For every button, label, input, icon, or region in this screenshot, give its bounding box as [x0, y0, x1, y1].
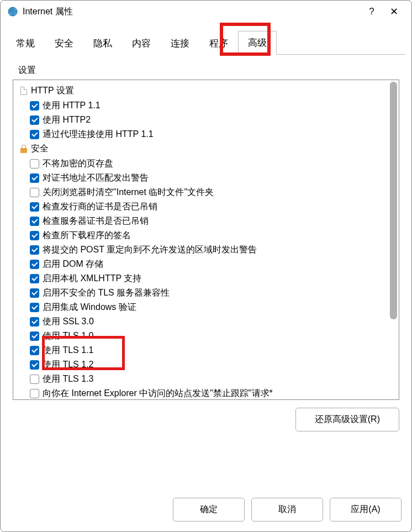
settings-group-label: 安全	[31, 143, 49, 155]
settings-label: 设置	[18, 65, 399, 76]
settings-item[interactable]: 使用 TLS 1.0	[15, 329, 399, 343]
settings-item-label: 使用 HTTP2	[43, 114, 91, 126]
checkbox[interactable]	[30, 288, 39, 298]
dialog-footer: 确定 取消 应用(A)	[1, 490, 411, 531]
settings-item-label: 使用 SSL 3.0	[43, 316, 94, 328]
settings-item[interactable]: 启用 DOM 存储	[15, 257, 399, 271]
help-button[interactable]: ?	[361, 6, 383, 17]
settings-item[interactable]: 使用 TLS 1.3	[15, 372, 399, 386]
settings-group-label: HTTP 设置	[31, 85, 74, 97]
internet-properties-dialog: Internet 属性 ? ✕ 常规安全隐私内容连接程序高级 设置 HTTP 设…	[0, 0, 412, 532]
checkbox[interactable]	[30, 346, 39, 355]
settings-tree: HTTP 设置使用 HTTP 1.1使用 HTTP2通过代理连接使用 HTTP …	[13, 80, 399, 400]
settings-group: 安全	[15, 141, 399, 156]
settings-item[interactable]: 使用 TLS 1.2	[15, 357, 399, 372]
settings-item-label: 对证书地址不匹配发出警告	[43, 172, 149, 184]
tab-general[interactable]: 常规	[6, 31, 45, 55]
internet-options-icon	[7, 6, 18, 17]
settings-item[interactable]: 对证书地址不匹配发出警告	[15, 171, 399, 185]
settings-item[interactable]: 向你在 Internet Explorer 中访问的站点发送"禁止跟踪"请求*	[15, 386, 399, 399]
settings-item[interactable]: 将提交的 POST 重定向到不允许发送的区域时发出警告	[15, 243, 399, 257]
settings-item[interactable]: 使用 HTTP 1.1	[15, 98, 399, 113]
scrollbar-thumb[interactable]	[390, 82, 397, 319]
settings-item-label: 使用 TLS 1.3	[43, 373, 93, 385]
tab-security[interactable]: 安全	[45, 31, 83, 55]
tab-content-advanced: 设置 HTTP 设置使用 HTTP 1.1使用 HTTP2通过代理连接使用 HT…	[1, 55, 411, 490]
settings-item[interactable]: 检查所下载程序的签名	[15, 228, 399, 243]
checkbox[interactable]	[30, 360, 39, 370]
settings-item-label: 启用本机 XMLHTTP 支持	[43, 273, 141, 285]
settings-item-label: 使用 TLS 1.2	[43, 359, 93, 371]
checkbox[interactable]	[30, 375, 39, 384]
checkbox[interactable]	[30, 217, 39, 226]
checkbox[interactable]	[30, 231, 39, 240]
settings-item-label: 关闭浏览器时清空"Internet 临时文件"文件夹	[43, 187, 214, 198]
checkbox[interactable]	[30, 389, 39, 398]
settings-item-label: 检查所下载程序的签名	[43, 230, 131, 241]
checkbox[interactable]	[30, 260, 39, 269]
apply-button[interactable]: 应用(A)	[330, 498, 402, 522]
settings-item[interactable]: 使用 HTTP2	[15, 113, 399, 127]
settings-item[interactable]: 启用集成 Windows 验证	[15, 300, 399, 314]
tab-programs[interactable]: 程序	[199, 31, 238, 55]
checkbox[interactable]	[30, 274, 39, 283]
settings-item-label: 向你在 Internet Explorer 中访问的站点发送"禁止跟踪"请求*	[43, 388, 273, 399]
window-title: Internet 属性	[23, 6, 361, 18]
settings-item-label: 使用 HTTP 1.1	[43, 100, 101, 112]
tab-privacy[interactable]: 隐私	[83, 31, 122, 55]
checkbox[interactable]	[30, 115, 39, 125]
checkbox[interactable]	[30, 101, 39, 110]
settings-item[interactable]: 通过代理连接使用 HTTP 1.1	[15, 127, 399, 141]
checkbox[interactable]	[30, 159, 39, 168]
settings-item[interactable]: 检查服务器证书是否已吊销	[15, 214, 399, 228]
settings-item[interactable]: 使用 TLS 1.1	[15, 343, 399, 357]
tab-strip: 常规安全隐私内容连接程序高级	[1, 30, 411, 54]
settings-item-label: 启用不安全的 TLS 服务器兼容性	[43, 287, 170, 299]
settings-item-label: 不将加密的页存盘	[43, 158, 113, 170]
tab-connections[interactable]: 连接	[161, 31, 199, 55]
settings-item-label: 检查服务器证书是否已吊销	[43, 215, 149, 227]
tab-content[interactable]: 内容	[122, 31, 161, 55]
settings-item-label: 启用 DOM 存储	[43, 259, 103, 270]
settings-item[interactable]: 不将加密的页存盘	[15, 156, 399, 171]
settings-item[interactable]: 使用 SSL 3.0	[15, 314, 399, 329]
checkbox[interactable]	[30, 317, 39, 326]
settings-item[interactable]: 关闭浏览器时清空"Internet 临时文件"文件夹	[15, 185, 399, 199]
close-button[interactable]: ✕	[383, 6, 405, 18]
checkbox[interactable]	[30, 303, 39, 312]
settings-item-label: 将提交的 POST 重定向到不允许发送的区域时发出警告	[43, 244, 257, 256]
checkbox[interactable]	[30, 130, 39, 139]
settings-item-label: 使用 TLS 1.1	[43, 345, 93, 356]
settings-group: HTTP 设置	[15, 83, 399, 98]
settings-item[interactable]: 检查发行商的证书是否已吊销	[15, 199, 399, 214]
checkbox[interactable]	[30, 245, 39, 255]
settings-item-label: 启用集成 Windows 验证	[43, 302, 136, 313]
titlebar: Internet 属性 ? ✕	[1, 1, 411, 23]
ok-button[interactable]: 确定	[173, 498, 245, 522]
tab-advanced[interactable]: 高级	[238, 31, 277, 55]
checkbox[interactable]	[30, 188, 39, 197]
document-icon	[19, 86, 29, 96]
settings-item[interactable]: 启用本机 XMLHTTP 支持	[15, 271, 399, 286]
checkbox[interactable]	[30, 331, 39, 341]
checkbox[interactable]	[30, 202, 39, 212]
restore-advanced-button[interactable]: 还原高级设置(R)	[295, 408, 399, 431]
settings-item-label: 检查发行商的证书是否已吊销	[43, 201, 157, 213]
settings-tree-inner[interactable]: HTTP 设置使用 HTTP 1.1使用 HTTP2通过代理连接使用 HTTP …	[13, 80, 399, 399]
settings-item-label: 通过代理连接使用 HTTP 1.1	[43, 129, 154, 140]
settings-item-label: 使用 TLS 1.0	[43, 330, 93, 342]
checkbox[interactable]	[30, 173, 39, 183]
lock-icon	[19, 144, 29, 154]
settings-item[interactable]: 启用不安全的 TLS 服务器兼容性	[15, 286, 399, 300]
cancel-button[interactable]: 取消	[251, 498, 323, 522]
svg-point-0	[8, 7, 17, 16]
